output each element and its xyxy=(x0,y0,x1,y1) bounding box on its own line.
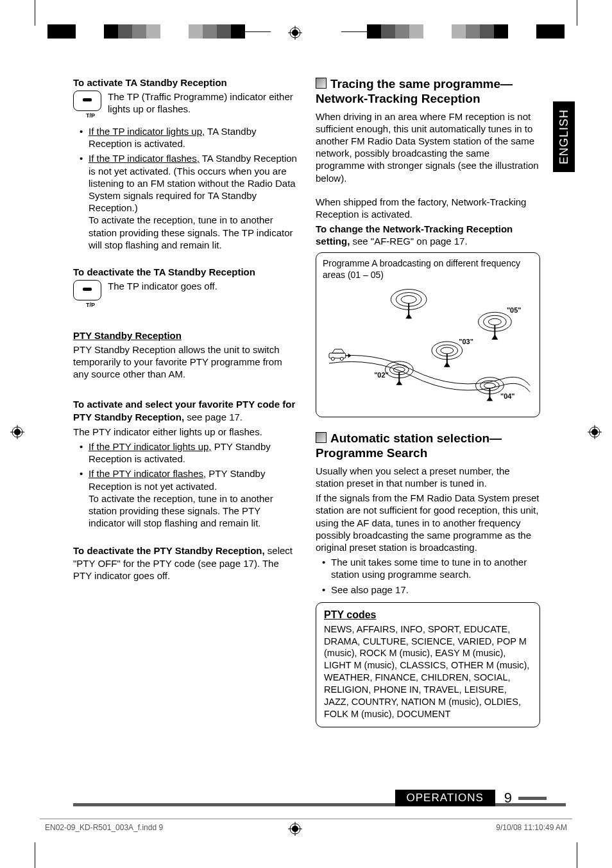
section-bullet-icon xyxy=(316,432,327,443)
pty-codes-box: PTY codes NEWS, AFFAIRS, INFO, SPORT, ED… xyxy=(316,602,540,727)
left-column: To activate TA Standby Reception T/P The… xyxy=(73,77,298,727)
diagram-caption: Programme A broadcasting on different fr… xyxy=(323,258,533,281)
heading-pty-standby: PTY Standby Reception xyxy=(73,330,298,341)
registration-mark xyxy=(588,425,602,439)
antenna-label: "05" xyxy=(507,307,522,315)
svg-point-21 xyxy=(401,296,416,304)
svg-point-18 xyxy=(340,358,343,361)
list-item: See also page 17. xyxy=(325,584,540,596)
antenna-label: "02" xyxy=(374,371,389,379)
tp-button-icon xyxy=(73,280,101,300)
list-item: If the PTY indicator flashes, PTY Standb… xyxy=(82,467,298,529)
print-timestamp: 9/10/08 11:10:49 AM xyxy=(496,823,567,832)
svg-point-33 xyxy=(393,367,405,372)
list-item: If the PTY indicator lights up, PTY Stan… xyxy=(82,440,298,465)
pty-codes-body: NEWS, AFFAIRS, INFO, SPORT, EDUCATE, DRA… xyxy=(324,623,532,720)
antenna-label: "01" xyxy=(402,286,416,287)
auto-p1: Usually when you select a preset number,… xyxy=(316,465,540,489)
list-item: The unit takes some time to tune in to a… xyxy=(325,556,540,580)
pty-codes-heading: PTY codes xyxy=(324,609,532,621)
svg-point-25 xyxy=(488,319,501,326)
heading-deactivate-pty: To deactivate the PTY Standby Reception,… xyxy=(73,544,298,582)
tp-off-text: The TP indicator goes off. xyxy=(108,280,298,292)
network-tracking-diagram: Programme A broadcasting on different fr… xyxy=(316,252,540,417)
page-number: 9 xyxy=(504,790,512,806)
section-label: OPERATIONS xyxy=(395,790,495,806)
svg-point-29 xyxy=(441,347,454,354)
tracing-setting: To change the Network-Tracking Reception… xyxy=(316,223,540,247)
registration-mark xyxy=(288,26,302,40)
tp-button-icon xyxy=(73,91,101,111)
pty-indicator-line: The PTY indicator either lights up or fl… xyxy=(73,426,298,438)
tracing-p1: When driving in an area where FM recepti… xyxy=(316,110,540,184)
registration-mark xyxy=(10,425,24,439)
pty-desc: PTY Standby Reception allows the unit to… xyxy=(73,343,298,381)
antenna-label: "04" xyxy=(500,392,515,400)
auto-p2: If the signals from the FM Radio Data Sy… xyxy=(316,492,540,553)
print-metadata: EN02-09_KD-R501_003A_f.indd 9 9/10/08 11… xyxy=(40,819,572,832)
svg-point-17 xyxy=(331,358,334,361)
file-path: EN02-09_KD-R501_003A_f.indd 9 xyxy=(45,823,163,832)
right-column: Tracing the same programme—Network-Track… xyxy=(316,77,540,727)
section-bullet-icon xyxy=(316,78,327,89)
list-item: If the TP indicator flashes, TA Standby … xyxy=(82,152,298,251)
antenna-label: "03" xyxy=(459,338,473,345)
tp-button-label: T/P xyxy=(73,302,108,308)
list-item: If the TP indicator lights up, TA Standb… xyxy=(82,125,298,150)
tp-button-label: T/P xyxy=(73,112,108,119)
heading-auto-search: Automatic station selection—Programme Se… xyxy=(316,431,540,461)
tp-indicator-text: The TP (Traffic Programme) indicator eit… xyxy=(108,91,298,115)
tracing-p2: When shipped from the factory, Network-T… xyxy=(316,196,540,220)
antenna-diagram-svg: "01" "05" "03" "02" "04" xyxy=(323,286,533,408)
color-bar-right xyxy=(367,24,565,39)
svg-point-37 xyxy=(484,383,495,388)
svg-rect-16 xyxy=(329,353,346,358)
page-footer: OPERATIONS 9 xyxy=(73,803,566,806)
heading-activate-ta: To activate TA Standby Reception xyxy=(73,77,298,88)
heading-deactivate-ta: To deactivate the TA Standby Reception xyxy=(73,266,298,277)
color-bar-left xyxy=(47,24,245,39)
heading-activate-pty: To activate and select your favorite PTY… xyxy=(73,398,298,422)
language-tab: ENGLISH xyxy=(553,101,575,172)
heading-tracing: Tracing the same programme—Network-Track… xyxy=(316,77,540,107)
